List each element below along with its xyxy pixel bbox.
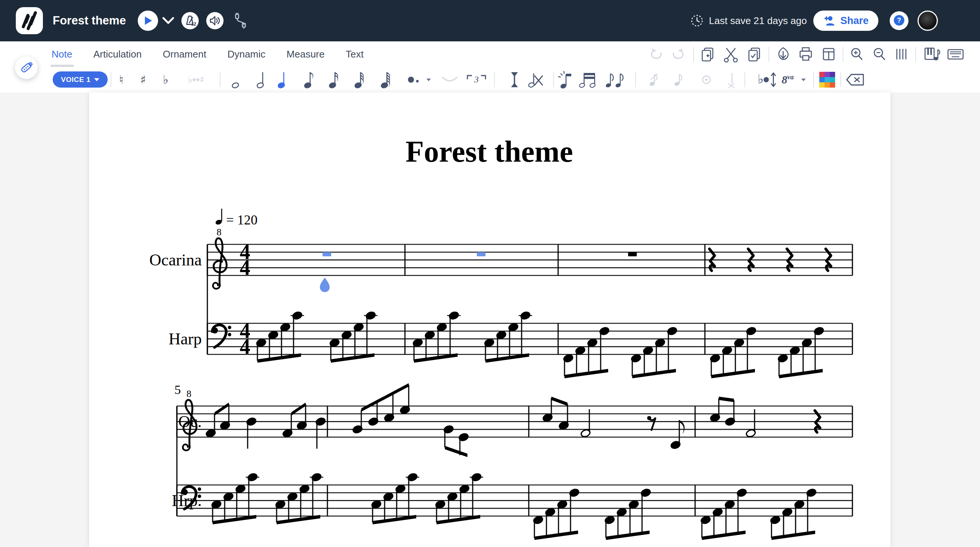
instrument-label[interactable]: Harp	[169, 330, 202, 348]
tie-button[interactable]	[440, 67, 460, 92]
note-element-run4[interactable]	[710, 327, 756, 379]
instrument-label[interactable]: Oc.	[178, 412, 202, 431]
note-element-run4[interactable]	[211, 472, 259, 525]
note-element-pair[interactable]	[282, 403, 307, 438]
page-layout-button[interactable]	[819, 41, 838, 67]
note-element-run4[interactable]	[484, 311, 532, 363]
dotted-note-button[interactable]	[403, 67, 425, 92]
dotted-note-caret-down-icon[interactable]	[424, 67, 433, 92]
note-element-run4[interactable]	[631, 327, 678, 379]
app-logo-icon[interactable]	[16, 7, 43, 34]
note-element-run4[interactable]	[778, 327, 824, 379]
note-element-quarter[interactable]	[315, 417, 326, 449]
tab-dynamic[interactable]: Dynamic	[228, 49, 265, 60]
enharmonic-button[interactable]: ♭↔♯	[178, 67, 214, 92]
staff-ocarina[interactable]	[207, 238, 853, 292]
thirty-second-note-button[interactable]	[350, 67, 368, 92]
keyboard-shortcuts-button[interactable]	[946, 41, 965, 67]
eighth-note-button[interactable]	[299, 67, 318, 92]
score-title[interactable]: Forest theme	[406, 135, 573, 168]
zoom-in-button[interactable]	[847, 41, 867, 67]
note-element-run4[interactable]	[533, 488, 579, 540]
voice-select-button[interactable]: VOICE 1	[52, 71, 108, 87]
fit-width-button[interactable]	[892, 41, 911, 67]
print-button[interactable]	[796, 41, 816, 67]
instrument-button[interactable]	[15, 56, 38, 79]
score-canvas[interactable]: Forest theme= 1205Ocarina844Harp44Oc.8Hr…	[0, 92, 980, 547]
note-element-run4[interactable]	[371, 472, 419, 525]
tempo-marking[interactable]	[215, 209, 223, 225]
share-button[interactable]: Share	[813, 11, 878, 31]
playback-options-chevron-down-icon[interactable]	[162, 17, 175, 26]
sharp-accidental-button[interactable]: ♯	[135, 67, 151, 92]
volume-button[interactable]	[206, 12, 224, 29]
user-avatar[interactable]	[918, 11, 938, 31]
note-element-run4up[interactable]	[352, 383, 410, 434]
sixteenth-note-button[interactable]	[325, 67, 342, 92]
octave-caret-down-icon[interactable]	[799, 67, 808, 92]
backspace-button[interactable]	[845, 67, 865, 92]
stemless-note-button[interactable]	[722, 67, 739, 92]
note-element-rest_whole[interactable]	[323, 252, 331, 257]
whole-note-button[interactable]	[228, 67, 245, 92]
paste-button[interactable]	[745, 41, 764, 67]
redo-button[interactable]	[668, 41, 687, 67]
note-element-rest_whole[interactable]	[628, 252, 637, 257]
piano-input-button[interactable]	[922, 41, 942, 67]
tab-note[interactable]: Note	[52, 49, 72, 60]
instrument-label[interactable]: Hrp.	[172, 492, 202, 510]
note-element-eighth[interactable]	[670, 420, 684, 450]
selection-cursor-droplet[interactable]	[320, 277, 330, 292]
undo-button[interactable]	[647, 41, 667, 67]
unbeam-notes-button[interactable]	[605, 67, 625, 92]
play-button[interactable]	[138, 11, 158, 31]
beam-notes-button[interactable]	[578, 67, 600, 92]
tab-text[interactable]: Text	[345, 49, 364, 60]
note-element-run4[interactable]	[700, 488, 747, 540]
zoom-out-button[interactable]	[870, 41, 889, 67]
tab-articulation[interactable]: Articulation	[93, 49, 142, 60]
auto-note-button[interactable]	[555, 67, 575, 92]
metronome-button[interactable]: 12	[181, 12, 199, 29]
flat-accidental-button[interactable]: ♭	[158, 67, 174, 92]
speaker-icon	[209, 15, 221, 27]
half-note-button[interactable]	[252, 67, 270, 92]
sixty-fourth-note-button[interactable]	[376, 67, 395, 92]
note-element-run4[interactable]	[435, 472, 483, 525]
delete-note-button[interactable]	[526, 67, 546, 92]
note-element-rest_whole[interactable]	[477, 252, 485, 257]
note-element-run4[interactable]	[412, 311, 461, 363]
note-element-run4[interactable]	[563, 327, 610, 379]
staff-hrp[interactable]	[177, 472, 853, 540]
quarter-note-button[interactable]	[273, 67, 291, 92]
staff-oc[interactable]	[177, 383, 853, 457]
harmonic-button[interactable]	[698, 67, 715, 92]
export-button[interactable]	[773, 41, 793, 67]
copy-button[interactable]	[698, 41, 718, 67]
staff-harp[interactable]	[207, 311, 853, 378]
tab-ornament[interactable]: Ornament	[163, 49, 207, 60]
note-element-run4[interactable]	[605, 488, 651, 540]
time-signature-denominator: 4	[240, 335, 250, 358]
color-palette-button[interactable]	[818, 67, 837, 92]
note-element-run4[interactable]	[770, 488, 817, 540]
cut-button[interactable]	[721, 41, 741, 67]
svg-text:12: 12	[191, 21, 196, 27]
note-element-rest_eighth[interactable]	[648, 416, 656, 430]
grace-note-slash-button[interactable]	[644, 67, 663, 92]
tuplet-button[interactable]: 3	[465, 67, 488, 92]
note-element-pair[interactable]	[205, 403, 230, 438]
octave-button[interactable]: 8va	[775, 67, 800, 92]
midi-cable-icon[interactable]	[232, 12, 250, 31]
toggle-rest-button[interactable]	[506, 67, 523, 92]
natural-accidental-button[interactable]: ♮	[113, 67, 129, 92]
note-element-run4[interactable]	[275, 472, 323, 525]
ocarina-icon	[19, 60, 34, 75]
tab-measure[interactable]: Measure	[286, 49, 325, 60]
grace-note-button[interactable]	[668, 67, 687, 92]
help-button[interactable]: ?	[890, 11, 908, 30]
note-element-quarter[interactable]	[246, 417, 257, 449]
note-element-run4[interactable]	[329, 311, 377, 363]
instrument-label[interactable]: Ocarina	[150, 251, 202, 269]
note-element-run4[interactable]	[256, 311, 304, 363]
